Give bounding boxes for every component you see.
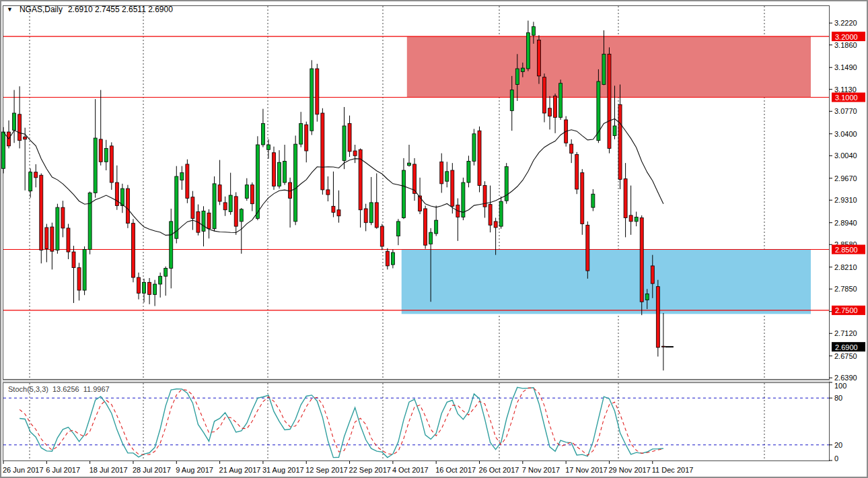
stoch-axis[interactable]: 10080200: [829, 382, 846, 463]
price-tick-label: 2.7850: [834, 285, 857, 293]
up-candle: [94, 138, 97, 193]
up-candle: [559, 83, 563, 118]
up-candle: [408, 163, 411, 166]
down-candle: [364, 209, 367, 223]
date-axis[interactable]: 26 Jun 20176 Jul 201718 Jul 201728 Jul 2…: [3, 461, 693, 474]
down-candle: [478, 131, 481, 185]
date-label: 21 Aug 2017: [219, 466, 261, 474]
down-candle: [18, 114, 22, 141]
down-candle: [234, 197, 238, 226]
up-candle: [180, 173, 184, 180]
up-candle: [299, 123, 303, 144]
down-candle: [386, 251, 389, 266]
up-candle: [266, 145, 270, 149]
up-candle: [29, 172, 32, 191]
up-candle: [229, 195, 232, 211]
down-candle: [543, 77, 546, 113]
panel-separator[interactable]: [3, 380, 830, 383]
down-candle: [489, 205, 492, 226]
down-candle: [575, 154, 579, 189]
date-label: 17 Nov 2017: [565, 466, 607, 474]
down-candle: [67, 228, 70, 252]
down-candle: [337, 210, 340, 216]
up-candle: [467, 161, 470, 182]
up-candle: [510, 90, 513, 111]
down-candle: [661, 346, 665, 347]
up-candle: [613, 126, 616, 135]
down-candle: [110, 146, 113, 182]
down-candle: [99, 139, 102, 162]
up-candle: [240, 209, 243, 221]
up-candle: [256, 145, 259, 218]
down-candle: [651, 266, 654, 283]
stoch-tick-label: 100: [834, 382, 846, 390]
down-candle: [424, 209, 427, 245]
stoch-tick-label: 80: [834, 394, 842, 402]
up-candle: [602, 54, 606, 84]
price-tick-label: 3.1490: [834, 63, 857, 71]
up-candle: [342, 126, 346, 161]
down-candle: [332, 206, 335, 212]
up-candle: [213, 184, 216, 229]
down-candle: [191, 197, 194, 219]
down-candle: [131, 224, 135, 277]
price-tick-label: 2.8940: [834, 219, 857, 227]
stoch-tick-label: 20: [834, 441, 842, 449]
date-label: 7 Nov 2017: [522, 466, 560, 474]
down-candle: [115, 182, 118, 205]
up-candle: [56, 207, 59, 250]
price-tick-label: 2.8210: [834, 263, 857, 271]
up-candle: [159, 276, 162, 284]
date-label: 26 Oct 2017: [479, 466, 519, 474]
up-candle: [170, 221, 173, 269]
down-candle: [570, 144, 573, 153]
down-candle: [223, 203, 227, 210]
up-candle: [13, 113, 16, 130]
date-label: 6 Jul 2017: [46, 466, 80, 474]
down-candle: [186, 164, 189, 199]
price-tick-label: 2.9310: [834, 196, 857, 204]
down-candle: [250, 185, 254, 204]
down-candle: [586, 225, 589, 271]
down-candle: [624, 179, 627, 218]
price-label-text: 3.1000: [835, 94, 858, 102]
price-tick-label: 3.1860: [834, 41, 857, 49]
stochastic-label: Stoch(5,3,3) 13.6256 11.9967: [8, 385, 110, 393]
price-tick-label: 3.0040: [834, 151, 857, 160]
up-candle: [175, 176, 178, 238]
down-candle: [494, 221, 497, 228]
price-label-text: 2.8500: [835, 246, 858, 254]
price-axis[interactable]: 3.22203.18603.14903.11303.07703.04003.00…: [829, 19, 865, 382]
date-label: 11 Dec 2017: [652, 466, 694, 474]
down-candle: [554, 96, 557, 118]
up-candle: [429, 232, 433, 244]
up-candle: [402, 170, 405, 218]
down-candle: [326, 190, 330, 195]
symbol-dropdown-icon[interactable]: ▼: [7, 6, 13, 13]
down-candle: [451, 170, 454, 206]
down-candle: [618, 104, 622, 179]
up-candle: [83, 250, 86, 291]
up-candle: [278, 162, 281, 186]
down-candle: [72, 252, 75, 268]
up-candle: [532, 27, 535, 36]
up-candle: [515, 69, 519, 85]
stoch-tick-label: 0: [834, 454, 838, 463]
date-label: 12 Sep 2017: [305, 466, 347, 474]
down-candle: [207, 213, 211, 229]
down-candle: [50, 227, 54, 251]
up-candle: [294, 144, 297, 221]
price-tick-label: 2.6390: [834, 374, 857, 382]
price-tick-label: 2.6750: [834, 352, 857, 360]
date-label: 22 Sep 2017: [349, 466, 391, 474]
date-label: 4 Oct 2017: [392, 466, 429, 474]
price-chart[interactable]: 3.22203.18603.14903.11303.07703.04003.00…: [1, 1, 867, 477]
down-candle: [126, 189, 129, 224]
up-candle: [499, 201, 503, 226]
down-candle: [608, 54, 611, 148]
down-candle: [45, 228, 48, 249]
chart-title: ▼ NGAS,Daily 2.6910 2.7455 2.6511 2.6900: [7, 5, 173, 14]
date-label: 26 Jun 2017: [3, 466, 44, 474]
up-candle: [591, 194, 595, 207]
up-candle: [472, 134, 476, 162]
